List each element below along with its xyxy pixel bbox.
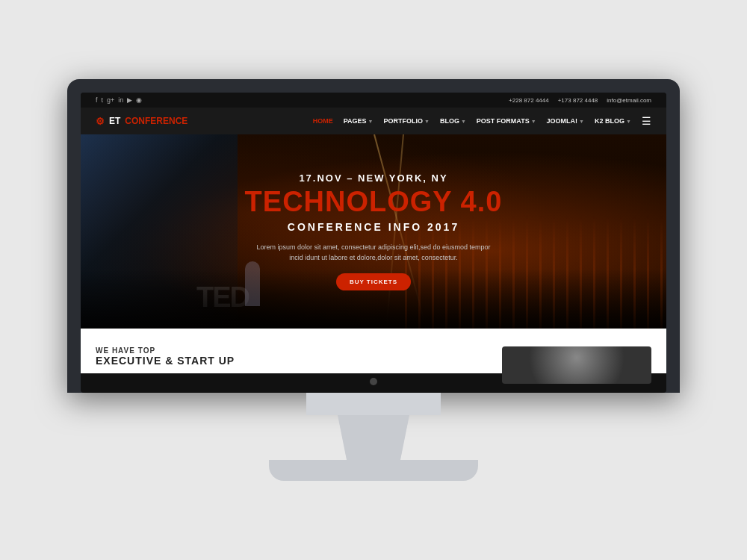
hero-description: Lorem ipsum dolor sit amet, consectetur … [254, 242, 493, 264]
monitor-body: f t g+ in ▶ ◉ +228 872 4444 +173 872 444… [67, 79, 680, 393]
facebook-icon[interactable]: f [96, 96, 98, 104]
monitor-outer: f t g+ in ▶ ◉ +228 872 4444 +173 872 444… [67, 79, 680, 481]
monitor-stand-neck [329, 415, 418, 460]
contact-info: +228 872 4444 +173 872 4448 info@etmail.… [509, 97, 651, 104]
nav-item-post-formats[interactable]: POST FORMATS ▼ [477, 117, 536, 125]
linkedin-icon[interactable]: in [118, 96, 123, 104]
below-title-line2: EXECUTIVE & START UP [96, 355, 502, 367]
buy-tickets-button[interactable]: BUY TICKETS [336, 273, 411, 290]
blog-caret: ▼ [461, 119, 466, 124]
social-links: f t g+ in ▶ ◉ [96, 96, 142, 104]
monitor-screen: f t g+ in ▶ ◉ +228 872 4444 +173 872 444… [81, 93, 666, 393]
below-hero-img-bg [502, 346, 651, 384]
logo-text-et: ET [109, 116, 120, 126]
nav-item-joomla[interactable]: JOOMLA! ▼ [547, 117, 584, 125]
hero-content: 17.NOV – NEW YORK, NY TECHNOLOGY 4.0 CON… [215, 172, 533, 291]
nav-item-blog[interactable]: BLOG ▼ [440, 117, 466, 125]
nav-item-pages[interactable]: PAGES ▼ [344, 117, 374, 125]
pages-caret: ▼ [368, 119, 374, 124]
hero-section: TED 17.NOV – NEW YORK, NY TECHNOLOGY 4.0… [81, 134, 666, 329]
youtube-icon[interactable]: ▶ [127, 96, 132, 104]
joomla-caret: ▼ [579, 119, 584, 124]
hero-title: TECHNOLOGY 4.0 [245, 187, 503, 218]
nav-menu: HOME PAGES ▼ PORTFOLIO ▼ BLOG ▼ POST FOR… [313, 115, 651, 127]
hero-subtitle: CONFERENCE INFO 2017 [245, 221, 503, 233]
nav-item-home[interactable]: HOME [313, 117, 333, 125]
logo[interactable]: ⚙ ET CONFERENCE [96, 116, 187, 127]
monitor-stand-base [269, 460, 478, 481]
nav-item-portfolio[interactable]: PORTFOLIO ▼ [383, 117, 429, 125]
k2-caret: ▼ [626, 119, 631, 124]
nav-item-k2blog[interactable]: K2 BLOG ▼ [595, 117, 631, 125]
twitter-icon[interactable]: t [102, 96, 104, 104]
below-hero-text: WE HAVE TOP EXECUTIVE & START UP [96, 346, 502, 367]
monitor-camera [370, 378, 377, 385]
navbar: ⚙ ET CONFERENCE HOME PAGES ▼ PORTFOLIO ▼… [81, 108, 666, 134]
post-caret: ▼ [531, 119, 536, 124]
below-hero-section: WE HAVE TOP EXECUTIVE & START UP [81, 329, 666, 373]
rss-icon[interactable]: ◉ [136, 96, 142, 104]
googleplus-icon[interactable]: g+ [107, 96, 114, 104]
top-bar: f t g+ in ▶ ◉ +228 872 4444 +173 872 444… [81, 93, 666, 108]
hero-date: 17.NOV – NEW YORK, NY [245, 172, 503, 184]
hamburger-menu[interactable]: ☰ [642, 115, 651, 127]
monitor-stand-top [306, 393, 441, 415]
phone2: +173 872 4448 [558, 97, 598, 104]
logo-text-conf: CONFERENCE [125, 116, 187, 126]
website: f t g+ in ▶ ◉ +228 872 4444 +173 872 444… [81, 93, 666, 373]
logo-icon: ⚙ [96, 116, 105, 127]
below-hero-image [502, 346, 651, 384]
portfolio-caret: ▼ [424, 119, 430, 124]
below-title-line1: WE HAVE TOP [96, 346, 502, 355]
phone1: +228 872 4444 [509, 97, 549, 104]
email: info@etmail.com [607, 97, 651, 104]
